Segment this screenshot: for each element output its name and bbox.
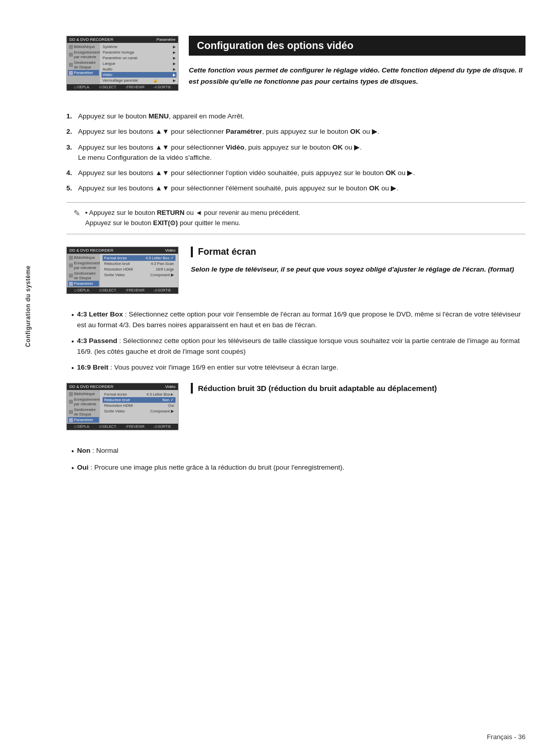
screen-mockup-2: DD & DVD RECORDER Vidéo Bibliothèque Enr… <box>66 247 179 294</box>
screen3-submenu-item: Sortie VideoComposant ▶ <box>103 408 176 414</box>
steps-list: 1. Appuyez sur le bouton MENU, appareil … <box>66 111 525 194</box>
note-line1: ▪ Appuyez sur le bouton RETURN ou ◄ pour… <box>85 208 300 218</box>
section-title: Configuration des options vidéo <box>189 36 525 56</box>
screen2-submenu-item: Sortie VideoComposant ▶ <box>103 272 176 278</box>
step-item-2: 2. Appuyez sur les boutons ▲▼ pour sélec… <box>66 127 525 137</box>
intro-text: Cette fonction vous permet de configurer… <box>189 65 525 87</box>
bullet-item-breit: • 16:9 Breit : Vous pouvez voir l'image … <box>71 362 525 374</box>
screen1-header-left: DD & DVD RECORDER <box>69 37 113 42</box>
screen3-sidebar-item-active: Paramétrer <box>68 417 99 423</box>
screen1-sidebar-item: Enregistrement par minuterie <box>68 50 99 60</box>
screen3-header: DD & DVD RECORDER Vidéo <box>67 383 178 390</box>
sidebar-label: Configuration du système <box>24 265 32 347</box>
reduction-bruit-title: Réduction bruit 3D (réduction du bruit a… <box>191 383 525 394</box>
sidebar: Configuration du système <box>0 20 56 736</box>
bullet-item-passend: • 4:3 Passend : Sélectionnez cette optio… <box>71 336 525 357</box>
step-item-5: 5. Appuyez sur les boutons ▲▼ pour sélec… <box>66 183 525 193</box>
screen1-menu-item: Verrouillage parental🔒▶ <box>102 78 177 83</box>
screen2-submenu-item: Résolution HDMI16/9 Large <box>103 266 176 272</box>
screen1-menu-item: Paramètre horloge▶ <box>102 50 177 55</box>
screen2-header-left: DD & DVD RECORDER <box>69 248 113 253</box>
note-box: ✎ ▪ Appuyez sur le bouton RETURN ou ◄ po… <box>66 202 525 235</box>
screen2-sidebar-item: Enregistrement par minuterie <box>68 260 99 271</box>
screen2-sidebar-item: Gestionnaire de Disque <box>68 271 99 281</box>
format-ecran-section: DD & DVD RECORDER Vidéo Bibliothèque Enr… <box>66 247 525 374</box>
screen-mockup-1: DD & DVD RECORDER Paramètre Bibliothèque… <box>66 36 179 91</box>
screen2-sidebar-item: Bibliothèque <box>68 255 99 260</box>
screen2-sidebar-item-active: Paramétrer <box>68 281 99 286</box>
reduction-bruit-section: DD & DVD RECORDER Vidéo Bibliothèque Enr… <box>66 383 525 474</box>
screen2-header-right: Vidéo <box>165 248 176 253</box>
screen3-header-left: DD & DVD RECORDER <box>69 384 113 389</box>
screen1-sidebar-item: Gestionnaire de Disque <box>68 60 99 70</box>
screen1-sidebar-item-active: Paramétrer <box>68 70 99 76</box>
screen3-submenu-item: Résolution HDMIOui <box>103 403 176 408</box>
screen3-sidebar-item: Enregistrement par minuterie <box>68 397 99 407</box>
screen3-sidebar-item: Gestionnaire de Disque <box>68 407 99 417</box>
format-ecran-title: Format écran <box>191 247 525 257</box>
bullet-item-oui: • Oui : Procure une image plus nette grâ… <box>71 462 525 474</box>
screen2-header: DD & DVD RECORDER Vidéo <box>67 247 178 254</box>
screen3-header-right: Vidéo <box>165 384 176 389</box>
screen1-menu-item: Système▶ <box>102 44 177 50</box>
screen3-footer: ◇ DÉPLA. ⊙SELECT. ↺REVENIR -⊙SORTIE <box>67 424 178 430</box>
note-icon: ✎ <box>73 208 80 218</box>
step-item-1: 1. Appuyez sur le bouton MENU, appareil … <box>66 111 525 121</box>
screen1-menu-item: Paramétrer un canal▶ <box>102 55 177 61</box>
screen2-footer: ◇ DÉPLA. ⊙SELECT. ↺REVENIR -⊙SORTIE <box>67 287 178 294</box>
screen2-submenu-item-active: Format écran4:3 Letter Box ✓ <box>103 255 176 261</box>
bullet-item-letterbox: • 4:3 Letter Box : Sélectionnez cette op… <box>71 309 525 331</box>
step-item-3: 3. Appuyez sur les boutons ▲▼ pour sélec… <box>66 142 525 163</box>
page-footer: Français - 36 <box>487 733 525 741</box>
screen-mockup-3: DD & DVD RECORDER Vidéo Bibliothèque Enr… <box>66 383 179 430</box>
screen1-menu-item-active: Vidéo▶ <box>102 72 177 78</box>
screen1-header-right: Paramètre <box>157 37 176 42</box>
main-content: DD & DVD RECORDER Paramètre Bibliothèque… <box>56 20 551 736</box>
screen1-sidebar-item: Bibliothèque <box>68 44 99 50</box>
screen3-submenu-item-active: Réduction bruitNon ✓ <box>103 397 176 403</box>
screen2-submenu-item: Réduction bruit4:3 Pan-Scan <box>103 261 176 266</box>
note-content: ▪ Appuyez sur le bouton RETURN ou ◄ pour… <box>85 208 300 229</box>
intro-text-content: Cette fonction vous permet de configurer… <box>189 66 522 85</box>
sidebar-label-text: Configuration du système <box>24 265 32 347</box>
format-ecran-bullets: • 4:3 Letter Box : Sélectionnez cette op… <box>66 309 525 374</box>
step-item-4: 4. Appuyez sur les boutons ▲▼ pour sélec… <box>66 168 525 178</box>
screen1-menu-item: Langue▶ <box>102 61 177 66</box>
bullet-item-non: • Non : Normal <box>71 446 525 457</box>
screen1-footer: ◇ DÉPLA. ⊙SELECT. ↺REVENIR -⊙SORTIE <box>67 84 178 90</box>
footer-text: Français - 36 <box>487 733 525 741</box>
note-line2: Appuyez sur le bouton EXIT(⊙) pour quitt… <box>85 218 300 229</box>
reduction-bruit-bullets: • Non : Normal • Oui : Procure une image… <box>66 446 525 474</box>
screen1-header: DD & DVD RECORDER Paramètre <box>67 36 178 43</box>
screen3-submenu-item: Format écran4:3 Letter Box► <box>103 392 176 397</box>
format-ecran-subtitle: Selon le type de téléviseur, il se peut … <box>191 264 525 275</box>
screen1-menu-item: Audio▶ <box>102 66 177 72</box>
screen3-sidebar-item: Bibliothèque <box>68 391 99 397</box>
